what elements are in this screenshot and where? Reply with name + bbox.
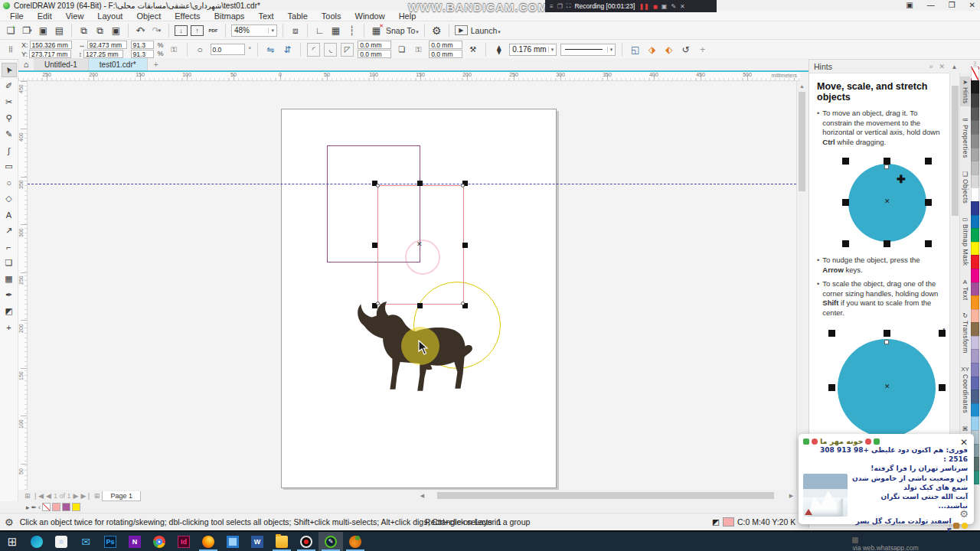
corner-node[interactable] (376, 184, 380, 187)
corner-radius-field-1[interactable]: 0.0 mm (358, 41, 391, 49)
taskbar-mail[interactable]: ✉ (74, 532, 98, 551)
minimize-button[interactable]: — (924, 0, 938, 11)
mirror-horizontal-button[interactable]: ⇋ (264, 43, 277, 57)
palette-swatch[interactable] (971, 349, 979, 364)
next-page-icon[interactable]: ▶ (73, 492, 78, 500)
bandicam-menu-icon[interactable]: ≡ (550, 3, 554, 10)
bandicam-close-icon[interactable]: ✕ (680, 3, 685, 10)
line-style-combo[interactable]: ▾ (560, 44, 616, 56)
bandicam-window-icon[interactable]: ❐ (557, 3, 563, 10)
taskbar-word[interactable]: W (245, 532, 270, 551)
docker-tab-coordinates[interactable]: XYCoordinates (960, 364, 971, 416)
new-document-button[interactable]: ❏+ (5, 24, 18, 37)
bandicam-region-icon[interactable]: ⛶ (567, 2, 571, 10)
selection-center-marker[interactable]: ✕ (416, 240, 423, 248)
object-height-field[interactable]: 127.25 mm (83, 50, 123, 58)
corner-radius-field-3[interactable]: 0.0 mm (429, 41, 462, 49)
mirror-vertical-button[interactable]: ⇵ (281, 43, 294, 57)
pause-icon[interactable]: ❚❚ (639, 3, 648, 10)
docker-tab-text[interactable]: AText (960, 276, 971, 303)
selection-handle-n[interactable] (417, 181, 423, 186)
palette-swatch[interactable] (971, 390, 979, 404)
cut-button[interactable]: ⧉ (77, 24, 90, 37)
zoom-level-combo[interactable]: 48%▾ (231, 24, 277, 37)
publish-pdf-button[interactable]: PDF (207, 24, 220, 37)
text-tool[interactable]: A (2, 207, 17, 222)
rotation-angle-field[interactable]: 0.0 (211, 44, 245, 55)
first-page-icon[interactable]: ❘◀ (33, 492, 44, 500)
lock-ratio-icon[interactable]: ⚿ (168, 43, 181, 57)
drawing-canvas[interactable]: ✕ (28, 81, 796, 490)
palette-scroll-left-icon[interactable]: ‹ (38, 504, 41, 511)
hints-scroll-up-icon[interactable]: ▲ (949, 61, 959, 72)
corner-radius-field-4[interactable]: 0.0 mm (429, 50, 462, 58)
object-x-field[interactable]: 150.326 mm (30, 41, 72, 49)
palette-swatch[interactable] (971, 309, 979, 324)
artistic-media-tool[interactable]: ʃ (2, 143, 17, 158)
menu-window[interactable]: Window (348, 11, 392, 21)
palette-swatch[interactable] (971, 80, 979, 95)
add-tool-button[interactable]: + (2, 320, 17, 334)
corner-link-icon[interactable]: ❏ (395, 43, 408, 57)
palette-swatch[interactable] (971, 215, 979, 230)
doc-palette-swatch[interactable] (52, 503, 60, 511)
selection-handle-w[interactable] (372, 243, 377, 248)
scroll-up-arrow[interactable]: ▲ (797, 81, 807, 91)
docker-tab-properties[interactable]: ≔Properties (960, 114, 971, 161)
menu-bitmaps[interactable]: Bitmaps (207, 11, 252, 21)
redo-button[interactable]: ↷▾ (150, 24, 163, 37)
palette-eyedropper-icon[interactable]: ✒ (31, 504, 38, 511)
paste-button[interactable]: ▣ (109, 24, 122, 37)
object-y-field[interactable]: 273.717 mm (29, 50, 71, 58)
palette-swatch[interactable] (971, 295, 979, 310)
prev-page-icon[interactable]: ◀ (46, 492, 51, 500)
lock-corners-icon[interactable]: ⚿ (412, 43, 425, 57)
scalloped-corner-button[interactable]: ◟ (324, 43, 337, 57)
tab-test01[interactable]: test01.cdr* (89, 58, 148, 70)
palette-swatch[interactable] (971, 269, 979, 283)
scroll-right-arrow[interactable]: ▶ (786, 491, 796, 500)
copy-button[interactable]: ⧉ (93, 24, 106, 37)
horizontal-scrollbar[interactable]: ◀ ▶ (417, 491, 796, 500)
scroll-left-arrow[interactable]: ◀ (417, 491, 427, 500)
fullscreen-preview-button[interactable]: ⧈ (289, 24, 302, 37)
to-back-button[interactable]: ⬖ (662, 43, 675, 57)
selection-handle-e[interactable] (462, 243, 468, 248)
docker-tab-bitmap-mask[interactable]: ▭Bitmap Mask (960, 214, 971, 269)
palette-swatch[interactable] (971, 377, 979, 391)
popup-settings-gear-icon[interactable]: ⚙ (959, 508, 969, 520)
menu-tools[interactable]: Tools (315, 11, 348, 21)
wrap-text-button[interactable]: ◱ (629, 43, 642, 57)
palette-swatch[interactable] (971, 242, 979, 256)
taskbar-chrome[interactable] (147, 532, 172, 551)
menu-file[interactable]: File (3, 11, 31, 21)
save-button[interactable]: ▣ (37, 24, 50, 37)
palette-flyout-icon[interactable]: ▸ (26, 504, 30, 511)
palette-swatch[interactable] (971, 228, 979, 243)
corner-node[interactable] (461, 302, 465, 305)
pick-tool[interactable]: ➤ (2, 63, 17, 77)
corner-radius-field-2[interactable]: 0.0 mm (358, 50, 391, 58)
new-tab-button[interactable]: + (148, 58, 165, 70)
horizontal-scroll-thumb[interactable] (437, 492, 774, 499)
show-grid-button[interactable]: ▦ (329, 24, 342, 37)
pencil-icon[interactable]: ✎ (671, 3, 676, 10)
docker-collapse-icon[interactable]: » (929, 63, 933, 70)
popup-close-icon[interactable]: ✕ (960, 437, 968, 448)
snap-to-dropdown[interactable]: Snap To ▾ (386, 26, 419, 35)
freehand-tool[interactable]: ✎ (2, 127, 17, 142)
vertical-scroll-thumb[interactable] (799, 92, 805, 191)
chamfered-corner-button[interactable]: ◸ (341, 43, 354, 57)
docker-tab-transform[interactable]: ↻Transform (960, 310, 971, 356)
object-width-field[interactable]: 92.473 mm (87, 41, 127, 49)
menu-edit[interactable]: Edit (31, 11, 59, 21)
vertical-ruler[interactable]: 45040035030025020015010050 (18, 81, 28, 490)
transparency-tool[interactable]: ▦ (2, 272, 17, 286)
palette-swatch[interactable] (971, 174, 979, 189)
crop-tool[interactable]: ✂ (2, 95, 17, 109)
taskbar-start-button[interactable]: ⊞ (0, 532, 24, 551)
color-eyedropper-tool[interactable]: ✒ (2, 288, 17, 302)
menu-object[interactable]: Object (129, 11, 168, 21)
taskbar-file-explorer[interactable] (270, 532, 294, 551)
menu-view[interactable]: View (59, 11, 91, 21)
